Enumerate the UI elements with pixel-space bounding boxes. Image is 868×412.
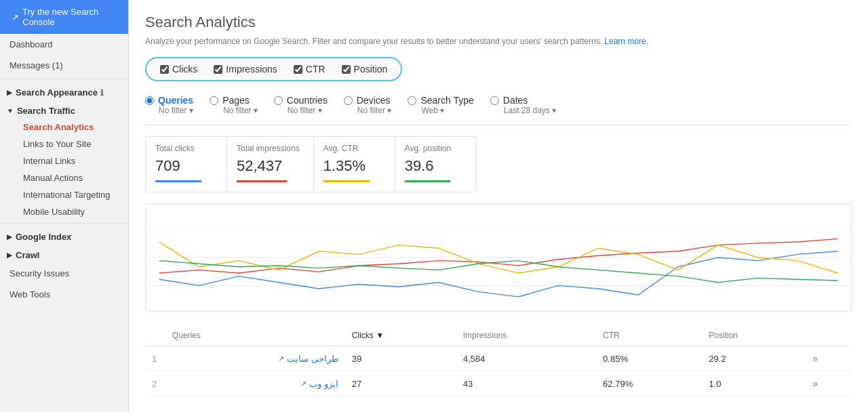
internal-links-label: Internal Links	[23, 156, 75, 166]
links-to-site-label: Links to Your Site	[23, 139, 91, 149]
position-filter-label[interactable]: Position	[342, 64, 388, 75]
sidebar-item-web-tools[interactable]: Web Tools	[0, 284, 128, 305]
search-type-filter[interactable]: Web ▾	[421, 106, 444, 115]
clicks-checkbox[interactable]	[160, 65, 169, 74]
row-2-actions: »	[806, 371, 852, 396]
devices-filter-arrow: ▾	[387, 106, 391, 115]
dates-filter[interactable]: Last 28 days ▾	[504, 106, 556, 115]
sidebar-section-search-traffic[interactable]: ▼ Search Traffic	[0, 100, 128, 119]
sidebar-section-google-index[interactable]: ▶ Google Index	[0, 226, 128, 245]
devices-radio[interactable]	[344, 96, 353, 105]
pages-radio-group: Pages No filter ▾	[210, 92, 258, 118]
arrow-icon-google-index: ▶	[7, 233, 12, 241]
countries-radio-label[interactable]: Countries	[287, 95, 328, 106]
row-1-clicks: 39	[345, 346, 456, 371]
dates-radio-group: Dates Last 28 days ▾	[490, 92, 556, 118]
page-description: Analyze your performance on Google Searc…	[145, 37, 852, 46]
row-1-position: 29.2	[702, 346, 806, 371]
sidebar-item-search-analytics[interactable]: Search Analytics	[14, 119, 128, 136]
queries-table: Queries Clicks ▼ Impressions CTR Positio…	[145, 325, 852, 396]
row-1-expand[interactable]: »	[812, 353, 818, 364]
sidebar-item-international-targeting[interactable]: International Targeting	[14, 186, 128, 203]
position-filter-text: Position	[354, 64, 388, 75]
sidebar: ↗ Try the new Search Console Dashboard M…	[0, 0, 129, 412]
learn-more-link[interactable]: Learn more.	[604, 37, 648, 46]
col-num	[145, 325, 165, 346]
devices-filter-text: No filter	[357, 106, 385, 115]
sidebar-item-mobile-usability[interactable]: Mobile Usability	[14, 203, 128, 220]
col-position: Position	[702, 325, 806, 346]
dimension-radio-row: Queries No filter ▾ Pages No filter ▾ Co…	[145, 92, 852, 125]
filter-bar: Clicks Impressions CTR Position	[145, 57, 402, 81]
main-content: Search Analytics Analyze your performanc…	[129, 0, 868, 412]
ctr-filter-text: CTR	[306, 64, 326, 75]
avg-position-box: Avg. position 39.6	[395, 136, 476, 192]
avg-ctr-value: 1.35%	[323, 157, 381, 175]
countries-radio-group: Countries No filter ▾	[274, 92, 328, 118]
avg-position-bar	[405, 180, 450, 182]
row-1-num: 1	[145, 346, 165, 371]
row-1-query-link[interactable]: طراحی سایت ↗	[172, 354, 338, 364]
pages-radio-label[interactable]: Pages	[222, 95, 250, 106]
devices-filter[interactable]: No filter ▾	[357, 106, 392, 115]
devices-radio-label[interactable]: Devices	[357, 95, 391, 106]
sidebar-item-manual-actions[interactable]: Manual Actions	[14, 169, 128, 186]
external-icon-2: ↗	[300, 379, 307, 388]
total-clicks-bar	[155, 180, 201, 182]
avg-position-label: Avg. position	[405, 144, 462, 153]
queries-filter[interactable]: No filter ▾	[159, 106, 193, 115]
queries-radio-label[interactable]: Queries	[158, 95, 193, 106]
avg-ctr-box: Avg. CTR 1.35%	[313, 136, 395, 192]
devices-radio-group: Devices No filter ▾	[344, 92, 392, 118]
table-row: 1 طراحی سایت ↗ 39 4,584 0.85% 29.2 »	[145, 346, 852, 371]
queries-radio[interactable]	[145, 96, 154, 105]
search-type-radio[interactable]	[408, 96, 416, 105]
row-2-expand[interactable]: »	[812, 378, 818, 389]
row-2-query: ایزو وب ↗	[165, 371, 345, 396]
sidebar-item-messages[interactable]: Messages (1)	[0, 55, 128, 76]
row-2-impressions: 43	[456, 371, 596, 396]
messages-label: Messages (1)	[9, 60, 63, 70]
search-type-radio-label[interactable]: Search Type	[420, 95, 473, 106]
search-type-filter-text: Web	[421, 106, 437, 115]
dates-radio[interactable]	[490, 96, 499, 105]
col-ctr: CTR	[596, 325, 702, 346]
sidebar-item-dashboard[interactable]: Dashboard	[0, 34, 128, 55]
external-link-icon: ↗	[12, 12, 19, 22]
search-appearance-label: Search Appearance	[16, 87, 98, 98]
position-checkbox[interactable]	[342, 65, 351, 74]
ctr-checkbox[interactable]	[294, 65, 302, 74]
dates-filter-text: Last 28 days	[504, 106, 550, 115]
impressions-filter-text: Impressions	[226, 64, 277, 75]
row-2-query-link[interactable]: ایزو وب ↗	[172, 379, 338, 389]
col-clicks[interactable]: Clicks ▼	[345, 325, 456, 346]
page-desc-text: Analyze your performance on Google Searc…	[145, 37, 602, 46]
try-new-console-link[interactable]: ↗ Try the new Search Console	[0, 0, 128, 34]
sidebar-item-security-issues[interactable]: Security Issues	[0, 263, 128, 284]
pages-filter-text: No filter	[223, 106, 251, 115]
arrow-down-icon: ▼	[7, 107, 14, 115]
avg-ctr-bar	[323, 180, 370, 182]
sidebar-item-internal-links[interactable]: Internal Links	[14, 152, 128, 169]
google-index-label: Google Index	[16, 232, 71, 242]
avg-ctr-label: Avg. CTR	[323, 144, 381, 153]
ctr-filter-label[interactable]: CTR	[294, 64, 326, 75]
impressions-checkbox[interactable]	[214, 65, 222, 74]
clicks-filter-label[interactable]: Clicks	[160, 64, 197, 75]
queries-filter-text: No filter	[159, 106, 186, 115]
sidebar-section-crawl[interactable]: ▶ Crawl	[0, 245, 128, 263]
row-2-clicks: 27	[345, 371, 456, 396]
sidebar-item-links-to-site[interactable]: Links to Your Site	[14, 136, 128, 152]
total-clicks-label: Total clicks	[155, 144, 213, 153]
countries-filter[interactable]: No filter ▾	[288, 106, 322, 115]
info-icon: ℹ	[100, 88, 104, 98]
pages-radio[interactable]	[210, 96, 218, 105]
pages-filter-arrow: ▾	[254, 106, 258, 115]
sidebar-section-search-appearance[interactable]: ▶ Search Appearance ℹ	[0, 82, 128, 100]
total-impressions-value: 52,437	[237, 157, 300, 175]
impressions-filter-label[interactable]: Impressions	[214, 64, 277, 75]
pages-filter[interactable]: No filter ▾	[223, 106, 258, 115]
col-actions	[806, 325, 852, 346]
dates-radio-label[interactable]: Dates	[503, 95, 528, 106]
countries-radio[interactable]	[274, 96, 283, 105]
